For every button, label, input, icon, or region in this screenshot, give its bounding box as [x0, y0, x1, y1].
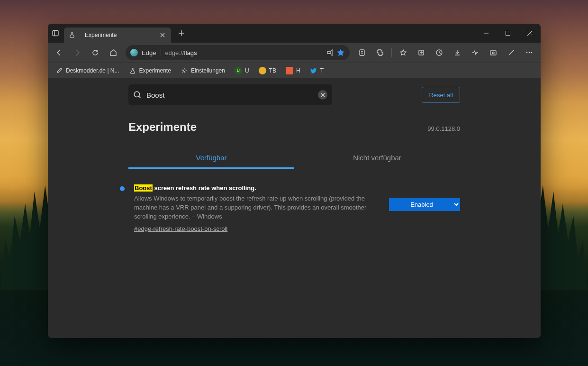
toolbar-divider	[391, 48, 392, 57]
twitter-icon	[310, 67, 317, 74]
bookmark-label: Deskmodder.de | N...	[66, 67, 119, 74]
close-window-button[interactable]	[519, 24, 541, 43]
search-input[interactable]: Boost	[128, 84, 332, 105]
svg-point-8	[526, 52, 528, 54]
window-controls	[475, 24, 541, 43]
favicon	[259, 67, 266, 74]
flag-anchor-link[interactable]: #edge-refresh-rate-boost-on-scroll	[134, 225, 227, 232]
bookmark-label: Einstellungen	[191, 67, 225, 74]
home-button[interactable]	[105, 45, 122, 60]
version-label: 99.0.1128.0	[427, 125, 460, 132]
new-tab-button[interactable]	[175, 27, 188, 40]
flask-icon	[69, 31, 76, 39]
tab-unavailable[interactable]: Nicht verfügbar	[294, 148, 460, 169]
downloads-icon[interactable]	[449, 45, 466, 60]
tracking-prevention-icon[interactable]	[353, 45, 371, 60]
tabs: Verfügbar Nicht verfügbar	[128, 148, 460, 169]
forward-button[interactable]	[69, 45, 86, 60]
flask-icon	[129, 67, 136, 74]
tab-available[interactable]: Verfügbar	[128, 148, 294, 169]
address-bar[interactable]: Edge edge://flags	[126, 45, 350, 60]
performance-icon[interactable]	[467, 45, 484, 60]
reset-all-button[interactable]: Reset all	[422, 87, 460, 103]
gear-icon	[181, 67, 188, 74]
svg-rect-0	[53, 31, 58, 36]
favicon: ∪	[235, 67, 242, 74]
bookmark-label: TB	[269, 67, 276, 74]
bookmark-label: U	[245, 67, 249, 74]
toolbar: Edge edge://flags	[48, 43, 541, 63]
flag-description: Allows Windows to temporarily boost the …	[134, 194, 371, 221]
svg-rect-2	[506, 31, 510, 36]
titlebar: Experimente	[48, 24, 541, 43]
bookmark-label: H	[296, 67, 300, 74]
maximize-button[interactable]	[497, 24, 519, 43]
favorites-icon[interactable]	[395, 45, 412, 60]
bookmark-label: T	[320, 67, 324, 74]
favorite-star-icon[interactable]	[336, 48, 345, 57]
history-icon[interactable]	[431, 45, 448, 60]
share-icon[interactable]	[326, 49, 334, 56]
back-button[interactable]	[51, 45, 68, 60]
modified-indicator-icon	[120, 186, 125, 191]
bookmark-label: Experimente	[139, 67, 171, 74]
flag-row: Boost screen refresh rate when scrolling…	[128, 184, 460, 233]
address-url: edge://flags	[165, 49, 197, 56]
flag-state-select[interactable]: Enabled	[389, 198, 460, 211]
bookmark-item[interactable]: T	[306, 65, 327, 76]
svg-rect-6	[490, 51, 496, 55]
address-label: Edge	[142, 49, 161, 56]
settings-menu-icon[interactable]	[521, 45, 538, 60]
clear-search-button[interactable]	[318, 90, 327, 100]
close-tab-button[interactable]	[159, 31, 166, 39]
bookmark-item[interactable]: Deskmodder.de | N...	[52, 65, 123, 76]
tab-actions-icon[interactable]	[52, 29, 59, 37]
browser-window: Experimente	[48, 24, 541, 338]
favicon	[286, 67, 293, 74]
bookmark-item[interactable]: ∪ U	[231, 65, 253, 76]
browser-tab[interactable]: Experimente	[64, 27, 171, 43]
edge-icon	[130, 49, 138, 56]
search-icon	[133, 91, 142, 99]
bookmarks-bar: Deskmodder.de | N... Experimente Einstel…	[48, 63, 541, 78]
bookmark-item[interactable]: Experimente	[125, 65, 175, 76]
svg-point-10	[531, 52, 533, 54]
bookmark-item[interactable]: Einstellungen	[177, 65, 229, 76]
pencil-icon	[55, 67, 63, 74]
svg-point-11	[183, 70, 185, 72]
page-content: Boost Reset all Experimente 99.0.1128.0 …	[48, 78, 541, 338]
svg-point-12	[134, 92, 139, 97]
extensions-icon[interactable]	[371, 45, 389, 60]
bookmark-item[interactable]: H	[282, 65, 304, 76]
page-title: Experimente	[128, 120, 197, 134]
flag-title: Boost screen refresh rate when scrolling…	[134, 184, 380, 192]
refresh-button[interactable]	[87, 45, 104, 60]
minimize-button[interactable]	[475, 24, 497, 43]
svg-rect-3	[360, 50, 364, 55]
collections-icon[interactable]	[413, 45, 430, 60]
tab-title: Experimente	[85, 32, 155, 38]
svg-point-7	[492, 52, 494, 54]
search-value: Boost	[146, 91, 313, 99]
web-capture-icon[interactable]	[485, 45, 502, 60]
bookmark-item[interactable]: TB	[255, 65, 280, 76]
web-select-icon[interactable]	[503, 45, 520, 60]
svg-point-9	[529, 52, 530, 54]
